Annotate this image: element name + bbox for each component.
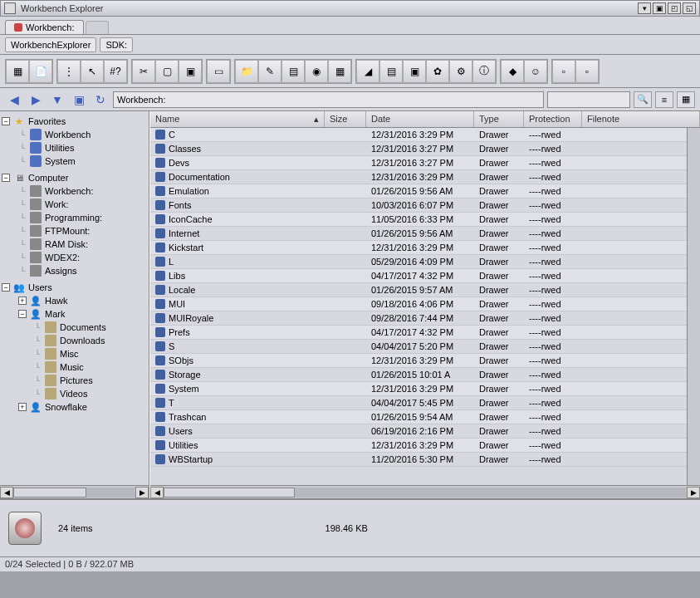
tool-btn-12[interactable]: ▤ (281, 60, 305, 83)
table-row[interactable]: Users 06/19/2016 2:16 PM Drawer ----rwed (150, 424, 700, 439)
table-row[interactable]: Fonts 10/03/2016 6:07 PM Drawer ----rwed (150, 199, 700, 213)
tool-btn-22[interactable]: ☺ (524, 60, 547, 83)
table-row[interactable]: C 12/31/2016 3:29 PM Drawer ----rwed (150, 128, 700, 142)
tab-close-icon[interactable] (14, 23, 22, 32)
table-row[interactable]: MUIRoyale 09/28/2016 7:44 PM Drawer ----… (150, 311, 700, 326)
depth-button[interactable]: ◱ (683, 2, 696, 14)
search-input[interactable] (547, 91, 630, 108)
sidebar-item[interactable]: └Pictures (2, 374, 147, 387)
sidebar-item[interactable]: └Downloads (2, 334, 147, 347)
sidebar-item[interactable]: └Assigns (2, 264, 147, 277)
sidebar-item[interactable]: └Workbench: (2, 184, 147, 198)
sidebar-item-user[interactable]: +👤Snowflake (2, 400, 147, 414)
tool-btn-23[interactable]: ▫ (552, 60, 575, 83)
dropdown-icon[interactable]: ▼ (48, 91, 66, 108)
table-row[interactable]: Internet 01/26/2015 9:56 AM Drawer ----r… (150, 227, 700, 241)
expand-icon[interactable]: + (18, 297, 27, 305)
table-row[interactable]: IconCache 11/05/2016 6:33 PM Drawer ----… (150, 213, 700, 227)
table-row[interactable]: Libs 04/17/2017 4:32 PM Drawer ----rwed (150, 269, 700, 283)
sidebar-item[interactable]: └WDEX2: (2, 251, 147, 264)
view-toggle-1[interactable]: ≡ (655, 91, 673, 108)
tool-btn-14[interactable]: ▦ (328, 60, 351, 83)
zoom-button[interactable]: ▣ (653, 2, 666, 14)
table-row[interactable]: Kickstart 12/31/2016 3:29 PM Drawer ----… (150, 241, 700, 255)
tool-btn-17[interactable]: ▣ (403, 60, 426, 83)
col-protection[interactable]: Protection (524, 111, 582, 127)
search-icon[interactable]: 🔍 (634, 91, 652, 108)
vscroll[interactable] (687, 128, 700, 485)
collapse-icon[interactable]: − (2, 283, 10, 292)
sidebar-item-user[interactable]: +👤Hawk (2, 294, 147, 307)
expand-icon[interactable]: − (18, 310, 27, 318)
table-row[interactable]: Prefs 04/17/2017 4:32 PM Drawer ----rwed (150, 326, 700, 340)
table-row[interactable]: Emulation 01/26/2015 9:56 AM Drawer ----… (150, 184, 700, 199)
tool-btn-20[interactable]: ⓘ (472, 60, 496, 83)
favorites-header[interactable]: − ★ Favorites (2, 115, 147, 128)
iconify-button[interactable]: ▾ (638, 2, 651, 14)
table-row[interactable]: T 04/04/2017 5:45 PM Drawer ----rwed (150, 396, 700, 410)
tab-workbench[interactable]: Workbench: (5, 20, 84, 34)
collapse-icon[interactable]: − (2, 174, 10, 182)
back-icon[interactable]: ◀ (5, 91, 23, 108)
tool-btn-1[interactable]: ▦ (6, 60, 29, 83)
tab-new[interactable] (86, 21, 109, 34)
tool-btn-11[interactable]: ✎ (258, 60, 281, 83)
home-icon[interactable]: ▣ (70, 91, 88, 108)
paste-icon[interactable]: ▣ (179, 60, 202, 83)
col-size[interactable]: Size (325, 111, 366, 127)
table-row[interactable]: Trashcan 01/26/2015 9:54 AM Drawer ----r… (150, 410, 700, 424)
copy-icon[interactable]: ▢ (155, 60, 179, 83)
refresh-icon[interactable]: ↻ (91, 91, 110, 108)
table-row[interactable]: WBStartup 11/20/2016 5:30 PM Drawer ----… (150, 453, 700, 467)
sidebar-hscroll[interactable] (13, 488, 135, 498)
table-row[interactable]: Devs 12/31/2016 3:27 PM Drawer ----rwed (150, 156, 700, 170)
sidebar-item[interactable]: └Documents (2, 321, 147, 334)
scroll-left-icon[interactable]: ◀ (0, 487, 13, 498)
sidebar-item[interactable]: └RAM Disk: (2, 238, 147, 251)
tool-btn-13[interactable]: ◉ (305, 60, 328, 83)
tool-btn-16[interactable]: ▤ (379, 60, 403, 83)
sidebar-item[interactable]: └System (2, 154, 147, 168)
sidebar-item[interactable]: └Misc (2, 347, 147, 360)
scroll-right-icon[interactable]: ▶ (135, 487, 149, 498)
col-filenote[interactable]: Filenote (582, 111, 700, 127)
pop-button[interactable]: ◰ (668, 2, 681, 14)
files-hscroll[interactable] (164, 488, 687, 498)
sidebar-item[interactable]: └Music (2, 360, 147, 374)
workbenchexplorer-button[interactable]: WorkbenchExplorer (5, 37, 96, 52)
cut-icon[interactable]: ✂ (132, 60, 155, 83)
sidebar-item[interactable]: └Programming: (2, 211, 147, 224)
close-box[interactable] (4, 2, 16, 14)
col-date[interactable]: Date (366, 111, 474, 127)
sidebar-item[interactable]: └Utilities (2, 141, 147, 154)
users-header[interactable]: − 👥 Users (2, 281, 147, 294)
sidebar-item[interactable]: └Workbench (2, 128, 147, 141)
tool-btn-10[interactable]: 📁 (235, 60, 258, 83)
table-row[interactable]: Classes 12/31/2016 3:27 PM Drawer ----rw… (150, 142, 700, 156)
path-input[interactable]: Workbench: (113, 91, 544, 108)
tool-btn-2[interactable]: 📄 (29, 60, 52, 83)
sidebar-item-user[interactable]: −👤Mark (2, 307, 147, 321)
harddisk-icon[interactable] (8, 512, 42, 545)
collapse-icon[interactable]: − (2, 117, 10, 125)
sidebar-item[interactable]: └FTPMount: (2, 224, 147, 238)
view-toggle-2[interactable]: ▦ (677, 91, 695, 108)
table-row[interactable]: S 04/04/2017 5:20 PM Drawer ----rwed (150, 340, 700, 354)
table-row[interactable]: Utilities 12/31/2016 3:29 PM Drawer ----… (150, 439, 700, 453)
scroll-left-icon[interactable]: ◀ (150, 487, 164, 498)
sdk-button[interactable]: SDK: (100, 37, 133, 52)
col-name[interactable]: Name ▴ (150, 111, 325, 127)
tool-btn-3[interactable]: ⋮ (57, 60, 81, 83)
table-row[interactable]: MUI 09/18/2016 4:06 PM Drawer ----rwed (150, 297, 700, 311)
sidebar-item[interactable]: └Work: (2, 198, 147, 211)
table-row[interactable]: Storage 01/26/2015 10:01 A Drawer ----rw… (150, 368, 700, 382)
table-row[interactable]: Documentation 12/31/2016 3:29 PM Drawer … (150, 170, 700, 184)
forward-icon[interactable]: ▶ (27, 91, 45, 108)
sidebar-item[interactable]: └Videos (2, 387, 147, 400)
table-row[interactable]: SObjs 12/31/2016 3:29 PM Drawer ----rwed (150, 354, 700, 368)
table-row[interactable]: System 12/31/2016 3:29 PM Drawer ----rwe… (150, 382, 700, 396)
tool-btn-5[interactable]: #? (104, 60, 127, 83)
tool-btn-19[interactable]: ⚙ (449, 60, 472, 83)
scroll-right-icon[interactable]: ▶ (687, 487, 700, 498)
computer-header[interactable]: − 🖥 Computer (2, 171, 147, 184)
